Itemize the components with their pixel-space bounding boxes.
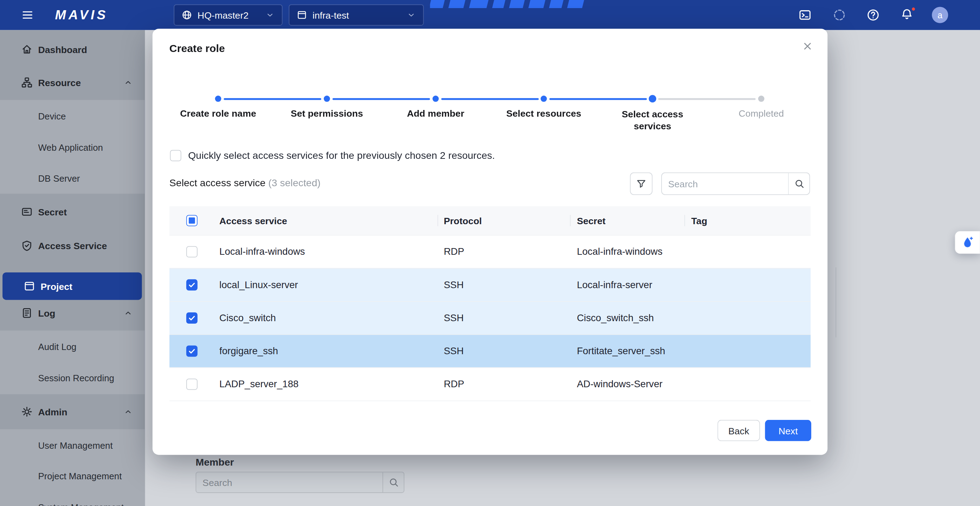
sidebar-item-admin[interactable]: Admin (0, 398, 145, 425)
quick-select-checkbox-row[interactable]: Quickly select access services for the p… (170, 150, 495, 161)
menu-toggle-button[interactable] (20, 9, 35, 21)
notifications-button[interactable] (900, 8, 914, 22)
table-row[interactable]: Local-infra-windows RDP Local-infra-wind… (169, 235, 811, 268)
background-panel-edge (835, 267, 836, 337)
sidebar-item-session-recording[interactable]: Session Recording (0, 365, 145, 390)
hierarchy-icon (21, 77, 32, 88)
help-button[interactable] (867, 9, 880, 21)
assistant-widget-button[interactable] (955, 231, 980, 254)
row-checkbox[interactable] (186, 279, 197, 290)
cell-access-service: local_Linux-server (215, 279, 438, 290)
column-header-protocol: Protocol (438, 206, 570, 235)
row-checkbox[interactable] (186, 246, 197, 258)
selection-title: Select access service (169, 178, 266, 188)
water-drop-icon (961, 236, 974, 249)
chevron-down-icon (407, 11, 416, 19)
cell-protocol: RDP (438, 379, 570, 390)
brand-logo[interactable]: MAVIS (55, 7, 108, 22)
table-row[interactable]: local_Linux-server SSH Local-infra-serve… (169, 268, 811, 301)
org-selector-dropdown[interactable]: HQ-master2 (173, 4, 282, 25)
sidebar-item-label: Web Application (38, 142, 103, 152)
next-button[interactable]: Next (765, 420, 811, 441)
access-service-search-button[interactable] (788, 173, 809, 194)
row-checkbox[interactable] (186, 312, 197, 324)
sidebar-item-web-application[interactable]: Web Application (0, 135, 145, 160)
cell-access-service: Cisco_switch (215, 312, 438, 324)
step-label: Create role name (164, 108, 272, 120)
table-row[interactable]: LADP_server_188 RDP AD-windows-Server (169, 367, 811, 400)
sidebar-item-label: Session Recording (38, 373, 114, 383)
gear-icon (21, 406, 32, 417)
chevron-up-icon (124, 407, 132, 416)
sidebar-item-device[interactable]: Device (0, 104, 145, 128)
table-row[interactable]: forgigare_ssh SSH Fortitate_server_ssh (169, 334, 811, 367)
cell-access-service: Local-infra-windows (215, 246, 438, 258)
step-dot (324, 95, 330, 102)
select-all-checkbox[interactable] (186, 215, 197, 226)
sidebar-item-db-server[interactable]: DB Server (0, 166, 145, 191)
loading-status-button[interactable] (833, 9, 846, 21)
step-dot (541, 95, 547, 102)
step-label: Add member (381, 108, 490, 120)
sidebar-item-audit-log[interactable]: Audit Log (0, 334, 145, 359)
access-service-search-input[interactable] (662, 173, 788, 194)
step-completed[interactable]: Completed (707, 89, 816, 119)
project-selector-dropdown[interactable]: infra-test (289, 4, 423, 25)
sidebar-item-label: Secret (38, 206, 67, 217)
cell-access-service: LADP_server_188 (215, 379, 438, 390)
step-dot (215, 95, 221, 102)
step-add-member[interactable]: Add member (381, 89, 490, 119)
user-avatar[interactable]: a (932, 7, 948, 23)
step-label: Set permissions (272, 108, 381, 120)
step-dot (758, 95, 765, 102)
notification-badge (911, 7, 915, 11)
cell-protocol: RDP (438, 246, 570, 258)
sidebar-item-system-management[interactable]: System Management (0, 495, 145, 506)
sidebar-item-user-management[interactable]: User Management (0, 433, 145, 458)
terminal-icon (799, 9, 811, 21)
filter-button[interactable] (630, 173, 652, 195)
sidebar-item-resource[interactable]: Resource (0, 69, 145, 96)
sidebar-item-secret[interactable]: Secret (0, 198, 145, 225)
quick-select-checkbox[interactable] (170, 150, 181, 161)
sidebar-item-label: Admin (38, 406, 67, 417)
step-create-role-name[interactable]: Create role name (164, 89, 272, 119)
sidebar-item-project[interactable]: Project (2, 272, 142, 300)
selection-summary: Select access service (3 selected) (169, 178, 321, 189)
step-select-resources[interactable]: Select resources (489, 89, 598, 119)
spinner-icon (833, 9, 846, 21)
modal-close-button[interactable] (799, 38, 816, 55)
sidebar-item-label: Resource (38, 77, 81, 88)
funnel-icon (636, 179, 646, 189)
step-set-permissions[interactable]: Set permissions (272, 89, 381, 119)
row-checkbox[interactable] (186, 346, 197, 357)
back-button[interactable]: Back (718, 420, 760, 441)
sidebar-item-label: Log (38, 308, 55, 318)
sidebar-item-access-service[interactable]: Access Service (0, 232, 145, 259)
home-icon (21, 44, 32, 55)
column-header-tag: Tag (684, 206, 811, 235)
member-search-button[interactable] (382, 472, 404, 492)
step-select-access-services[interactable]: Select access services (598, 89, 707, 132)
sidebar-item-dashboard[interactable]: Dashboard (0, 35, 145, 63)
sidebar-item-label: Audit Log (38, 342, 76, 352)
step-label: Select resources (489, 108, 598, 120)
cell-access-service: forgigare_ssh (215, 346, 438, 357)
obscured-background-heading (430, 0, 587, 8)
sidebar-item-log[interactable]: Log (0, 300, 145, 327)
cell-secret: Local-infra-windows (570, 246, 684, 258)
sidebar-item-label: DB Server (38, 174, 80, 183)
table-header-row: Access service Protocol Secret Tag (169, 206, 811, 235)
member-search-input[interactable] (196, 472, 382, 492)
globe-icon (182, 10, 192, 20)
sidebar-item-label: Project (41, 281, 72, 291)
access-service-search (661, 173, 810, 195)
access-service-table: Access service Protocol Secret Tag Local… (169, 206, 811, 401)
create-role-modal: Create role Create role name Set permiss… (153, 29, 827, 455)
terminal-button[interactable] (799, 9, 811, 21)
table-row[interactable]: Cisco_switch SSH Cisco_switch_ssh (169, 301, 811, 334)
row-checkbox[interactable] (186, 379, 197, 390)
sidebar-item-project-management[interactable]: Project Management (0, 463, 145, 489)
member-section-heading: Member (196, 457, 234, 468)
search-icon (794, 179, 804, 189)
